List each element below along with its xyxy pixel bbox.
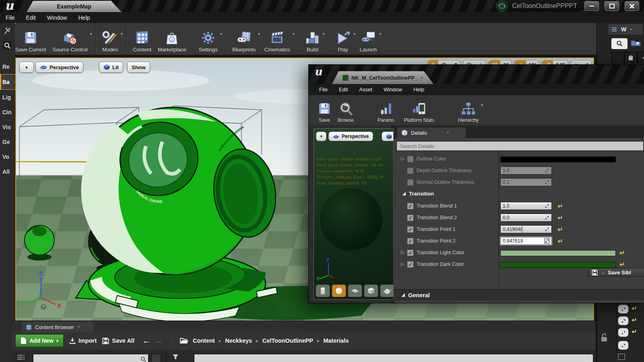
menu-window[interactable]: Window xyxy=(41,14,73,21)
override-checkbox[interactable]: ✓ xyxy=(407,249,414,256)
reset-to-default-icon[interactable] xyxy=(631,305,637,313)
section-header-general[interactable]: General xyxy=(394,289,644,300)
expander-icon[interactable]: ▷ xyxy=(401,156,404,161)
save-all-button[interactable]: Save All xyxy=(102,337,134,344)
breadcrumb-neckkeys[interactable]: Neckkeys xyxy=(225,337,252,344)
expand-field-button[interactable] xyxy=(618,328,629,337)
level-tab[interactable]: ExampleMap xyxy=(27,1,122,12)
sidebar-item-visual-effects[interactable]: Vis xyxy=(0,119,17,134)
color-swatch[interactable] xyxy=(500,250,616,256)
override-checkbox[interactable]: ✓ xyxy=(407,261,414,268)
preview-lit-button[interactable] xyxy=(382,132,394,141)
add-new-button[interactable]: Add New ▾ xyxy=(15,334,64,347)
sidebar-item-recently-placed[interactable]: Re xyxy=(0,59,17,74)
dropdown-caret-icon[interactable]: ▾ xyxy=(322,31,325,37)
reset-to-default-icon[interactable] xyxy=(631,317,637,325)
reset-to-default-icon[interactable] xyxy=(631,329,637,336)
material-preview-viewport[interactable]: ▾ Perspective Base pass shader without l… xyxy=(314,128,394,300)
cube-shape-button[interactable] xyxy=(364,284,378,297)
number-field[interactable]: 0.419048 xyxy=(500,225,552,233)
expand-field-button[interactable] xyxy=(618,304,629,314)
preview-options-button[interactable]: ▾ xyxy=(316,132,326,141)
sidebar-item-lights[interactable]: Lig xyxy=(0,90,17,105)
viewport-show-button[interactable]: Show xyxy=(127,62,150,73)
breadcrumb-content[interactable]: Content xyxy=(193,337,215,344)
dropdown-caret-icon[interactable]: ▾ xyxy=(481,103,483,108)
sources-panel-icon[interactable] xyxy=(17,354,25,360)
override-checkbox[interactable] xyxy=(407,156,414,162)
save-current-button[interactable]: Save Current xyxy=(12,23,50,55)
section-header-transition[interactable]: Transition xyxy=(394,188,644,199)
close-icon[interactable]: × xyxy=(630,27,632,32)
breadcrumb-materials[interactable]: Materials xyxy=(323,337,349,344)
color-swatch[interactable] xyxy=(500,262,616,268)
menu-window[interactable]: Window xyxy=(378,86,408,93)
plane-shape-button[interactable] xyxy=(348,284,362,297)
add-folder-icon[interactable] xyxy=(631,39,641,49)
grid-view-icon[interactable] xyxy=(618,354,625,360)
outliner-search-button[interactable] xyxy=(611,38,627,49)
nav-back-button[interactable]: ← xyxy=(142,336,151,346)
params-button[interactable]: Params xyxy=(374,95,397,125)
cylinder-shape-button[interactable] xyxy=(316,284,330,297)
sphere-shape-button[interactable] xyxy=(332,284,346,297)
save-search-button[interactable] xyxy=(151,354,161,362)
hierarchy-button[interactable]: Hierarchy xyxy=(455,95,482,125)
menu-help[interactable]: Help xyxy=(72,14,95,21)
settings-button[interactable]: Settings xyxy=(196,23,221,55)
reset-to-default-icon[interactable] xyxy=(557,203,563,211)
preview-perspective-button[interactable]: Perspective xyxy=(328,132,373,141)
viewport-lit-button[interactable]: Lit xyxy=(99,62,123,73)
platform-stats-button[interactable]: Platform Stats xyxy=(400,95,437,125)
menu-file[interactable]: File xyxy=(314,86,333,93)
nav-forward-button[interactable]: → xyxy=(154,336,163,346)
close-icon[interactable]: × xyxy=(77,324,80,330)
material-asset-tab[interactable]: NK_M_CelToonOutlinePP_ × xyxy=(332,71,433,84)
expander-icon[interactable]: ▷ xyxy=(401,250,404,255)
place-tool-icon[interactable] xyxy=(0,23,15,39)
blueprints-button[interactable]: Blueprints xyxy=(229,23,259,55)
menu-help[interactable]: Help xyxy=(408,86,430,93)
material-editor-window[interactable]: u NK_M_CelToonOutlinePP_ × File Edit Ass… xyxy=(308,64,644,303)
sidebar-item-basic[interactable]: Ba xyxy=(0,74,17,90)
sidebar-item-cinematic[interactable]: Cin xyxy=(0,105,17,119)
dropdown-caret-icon[interactable]: ▾ xyxy=(90,31,92,37)
close-button[interactable] xyxy=(625,1,639,11)
number-field[interactable]: 0.0 xyxy=(500,214,552,222)
close-icon[interactable]: × xyxy=(446,130,449,136)
dropdown-caret-icon[interactable]: ▾ xyxy=(379,31,382,37)
restore-button[interactable] xyxy=(605,1,619,11)
number-field[interactable]: 0.847619 xyxy=(500,237,552,245)
browse-button[interactable]: Browse xyxy=(334,95,357,125)
override-checkbox[interactable] xyxy=(407,179,414,186)
save-sibling-button[interactable]: → Save Sibl xyxy=(588,268,644,277)
details-search-input[interactable]: Search Details xyxy=(396,141,644,151)
dropdown-caret-icon[interactable]: ▾ xyxy=(121,31,123,37)
dropdown-caret-icon[interactable]: ▾ xyxy=(293,31,295,37)
reset-to-default-icon[interactable] xyxy=(619,250,625,257)
modes-button[interactable]: Modes xyxy=(99,23,122,55)
search-paths-input[interactable] xyxy=(33,354,149,362)
override-checkbox[interactable]: ✓ xyxy=(407,203,414,210)
search-classes-icon[interactable] xyxy=(0,39,15,56)
material-title-bar[interactable]: u NK_M_CelToonOutlinePP_ × xyxy=(309,65,644,84)
close-icon[interactable]: × xyxy=(421,75,423,80)
menu-edit[interactable]: Edit xyxy=(21,14,41,21)
clipboard-icon[interactable] xyxy=(624,52,637,63)
expand-field-button[interactable] xyxy=(618,316,629,325)
world-outliner-tab[interactable]: W × xyxy=(608,24,643,35)
override-checkbox[interactable]: ✓ xyxy=(407,238,414,245)
blank-button[interactable] xyxy=(611,52,624,63)
override-checkbox[interactable] xyxy=(407,167,414,174)
expander-icon[interactable]: ▷ xyxy=(401,261,404,267)
number-field[interactable]: 1.0 xyxy=(500,202,552,210)
menu-edit[interactable]: Edit xyxy=(333,86,353,93)
teapot-shape-button[interactable] xyxy=(380,284,394,297)
reset-to-default-icon[interactable] xyxy=(557,226,563,234)
content-button[interactable]: Content xyxy=(130,23,155,55)
dropdown-caret-icon[interactable]: ▾ xyxy=(353,31,356,37)
number-field[interactable]: 0.1 xyxy=(500,178,552,186)
unlock-icon[interactable] xyxy=(600,333,609,345)
color-swatch[interactable] xyxy=(500,156,616,162)
menu-file[interactable]: File xyxy=(0,14,21,21)
